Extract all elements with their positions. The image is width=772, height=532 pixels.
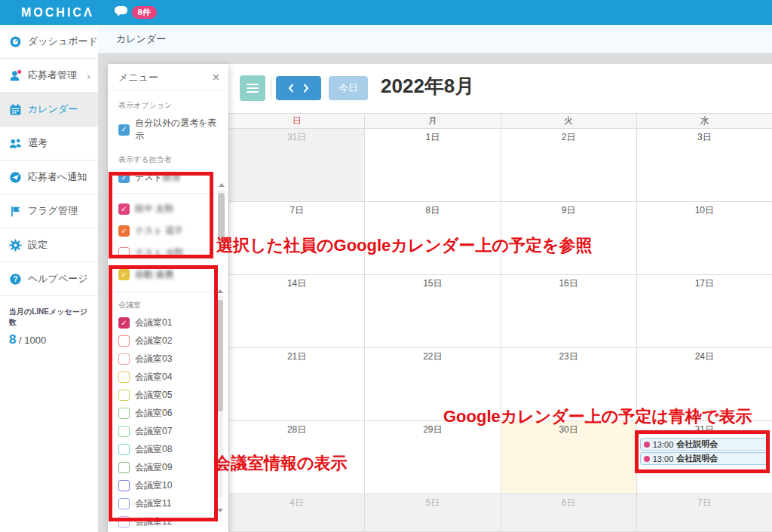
calendar-event[interactable]: 13:00 会社説明会 [640, 438, 769, 451]
sidebar-item-notify[interactable]: 応募者へ通知 [0, 161, 98, 194]
sidebar-item-label: フラグ管理 [28, 204, 78, 218]
day-cell[interactable]: 2日 [501, 129, 637, 202]
day-cell[interactable]: 24日 [637, 348, 772, 421]
day-cell[interactable]: 3日 [637, 129, 772, 202]
day-cell[interactable]: 22日 [365, 348, 501, 421]
checkbox[interactable]: ✓ [118, 172, 130, 183]
room-row[interactable]: 会議室07 [108, 422, 228, 440]
checkbox[interactable] [118, 426, 130, 437]
checkbox[interactable]: ✓ [118, 225, 130, 237]
room-list-scrollbar[interactable] [216, 296, 223, 497]
day-cell[interactable]: 21日 [229, 348, 365, 421]
day-cell[interactable]: 29日 [365, 421, 501, 494]
weekday-wed: 水 [637, 114, 772, 128]
room-row[interactable]: 会議室08 [108, 440, 228, 458]
day-cell[interactable]: 28日 [229, 421, 365, 494]
date-label: 29日 [365, 421, 500, 436]
calendar-event[interactable]: 13:00 会社説明会 [640, 452, 769, 465]
member-row[interactable]: ✓ 田中 太郎 [108, 198, 228, 220]
day-cell[interactable]: 7日 [229, 202, 365, 275]
checkbox[interactable]: ✓ [118, 203, 130, 215]
date-label: 17日 [637, 275, 772, 290]
people-icon [9, 137, 22, 150]
member-list-scrollbar[interactable] [218, 190, 225, 254]
checkbox-label: 自分以外の選考を表示 [135, 117, 224, 142]
day-cell[interactable]: 17日 [637, 275, 772, 348]
sidebar-item-dashboard[interactable]: ダッシュボード [0, 25, 98, 59]
day-cell[interactable]: 31日 [229, 129, 365, 202]
checkbox[interactable]: ✓ [118, 269, 130, 280]
sidebar-item-selection[interactable]: 選考 [0, 127, 98, 161]
checkbox[interactable] [118, 353, 130, 365]
sidebar-item-calendar[interactable]: カレンダー [0, 93, 98, 127]
show-others-checkbox-row[interactable]: ✓ 自分以外の選考を表示 [108, 114, 228, 145]
week-row: 7日 8日 9日 10日 [228, 202, 772, 275]
scroll-down-arrow-icon[interactable] [217, 509, 223, 512]
checkbox[interactable] [118, 444, 130, 455]
day-cell-today[interactable]: 30日 [501, 421, 637, 494]
close-icon[interactable]: × [213, 72, 219, 84]
room-row[interactable]: 会議室06 [108, 404, 228, 422]
day-cell[interactable]: 9日 [501, 202, 637, 275]
chevron-left-icon[interactable] [288, 84, 294, 93]
today-button[interactable]: 今日 [329, 76, 368, 100]
checkbox[interactable] [118, 408, 130, 419]
chevron-right-icon[interactable] [303, 84, 309, 93]
day-cell[interactable]: 16日 [501, 275, 637, 348]
checkbox[interactable] [118, 462, 130, 473]
day-cell[interactable]: 23日 [501, 348, 637, 421]
checkbox[interactable] [118, 371, 130, 383]
member-name: 自動 連携 [135, 268, 173, 281]
checkbox[interactable] [118, 335, 130, 347]
menu-toggle-button[interactable] [240, 75, 265, 101]
checkbox[interactable] [118, 390, 130, 401]
room-name: 会議室02 [135, 335, 172, 347]
member-row[interactable]: ✓ テスト 花子 [108, 220, 228, 242]
sidebar-item-help[interactable]: ? ヘルプページ [0, 262, 98, 296]
day-cell[interactable]: 4日 [229, 494, 365, 532]
room-row[interactable]: 会議室12 [108, 512, 228, 530]
calendar-view: 今日 2022年8月 日 月 火 水 31日 1日 2日 3日 7日 8日 9日… [228, 64, 772, 532]
checkbox[interactable] [118, 516, 130, 527]
checkbox[interactable] [118, 498, 130, 509]
calendar-menu-panel: メニュー × 表示オプション ✓ 自分以外の選考を表示 表示する担当者 ✓ テス… [108, 64, 228, 532]
sidebar-item-settings[interactable]: 設定 [0, 228, 98, 262]
room-row[interactable]: 会議室04 [108, 368, 228, 386]
scroll-up-arrow-icon[interactable] [217, 289, 223, 293]
day-cell[interactable]: 1日 [365, 129, 501, 202]
sidebar-item-label: 応募者へ通知 [28, 170, 87, 184]
staff-checkbox-row[interactable]: ✓ テスト担当 [108, 168, 228, 187]
scroll-up-arrow-icon[interactable] [219, 183, 225, 187]
room-row[interactable]: 会議室10 [108, 476, 228, 494]
room-row[interactable]: 会議室09 [108, 458, 228, 476]
event-title: 会社説明会 [676, 439, 718, 450]
day-cell[interactable]: 8日 [365, 202, 501, 275]
room-row[interactable]: ✓ 会議室01 [108, 313, 228, 332]
breadcrumb: カレンダー [98, 25, 772, 54]
day-cell[interactable]: 6日 [501, 494, 637, 532]
member-row[interactable]: テスト 次郎 [108, 242, 228, 264]
gear-icon [9, 239, 22, 252]
checkbox[interactable] [118, 480, 130, 491]
checkbox[interactable]: ✓ [118, 317, 130, 329]
room-row[interactable]: 会議室03 [108, 350, 228, 368]
member-row[interactable]: ✓ 自動 連携 [108, 264, 228, 286]
paper-plane-icon [9, 171, 22, 184]
room-row[interactable]: 会議室11 [108, 494, 228, 512]
flag-icon [9, 205, 22, 218]
day-cell[interactable]: 15日 [365, 275, 501, 348]
checkbox[interactable] [118, 247, 130, 258]
day-cell[interactable]: 7日 [637, 494, 772, 532]
room-row[interactable]: 会議室05 [108, 386, 228, 404]
prev-next-button-group[interactable] [276, 76, 321, 100]
day-cell[interactable]: 5日 [365, 494, 501, 532]
day-cell[interactable]: 14日 [229, 275, 365, 348]
sidebar-item-applicants[interactable]: 応募者管理 › [0, 59, 98, 93]
checkbox[interactable]: ✓ [118, 124, 130, 136]
chat-notifications[interactable]: 8件 [114, 5, 157, 20]
day-cell[interactable]: 31日 13:00 会社説明会 13:00 会社説明会 [637, 421, 772, 494]
day-cell[interactable]: 10日 [637, 202, 772, 275]
notification-count-badge[interactable]: 8件 [132, 6, 157, 19]
room-row[interactable]: 会議室02 [108, 332, 228, 350]
sidebar-item-flags[interactable]: フラグ管理 [0, 194, 98, 228]
